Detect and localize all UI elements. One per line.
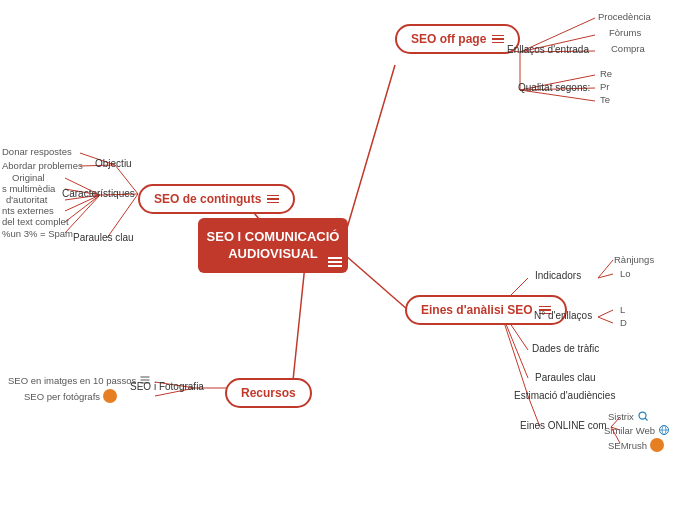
seo-continguts-node: SEO de continguts [138, 184, 295, 214]
central-label: SEO I COMUNICACIÓ AUDIOVISUAL [204, 229, 342, 263]
compra-node: Compra [611, 43, 645, 54]
pr-node: Pr [600, 81, 610, 92]
fotografs-icon [103, 389, 117, 403]
semrush-icon [650, 438, 664, 452]
abordar-problemes-node: Abordar problemes [2, 160, 83, 171]
qualitat-node: Qualitat segons: [518, 82, 590, 93]
svg-rect-45 [141, 380, 150, 381]
mindmap-container: SEO I COMUNICACIÓ AUDIOVISUAL SEO off pa… [0, 0, 696, 520]
indicadors-node: Indicadors [535, 270, 581, 281]
list-icon [139, 374, 151, 386]
connections-svg [0, 0, 696, 520]
donar-respostes-node: Donar respostes [2, 146, 72, 157]
caracteristiques-node: Característiques [62, 188, 135, 199]
svg-line-40 [645, 418, 647, 420]
recursos-label: Recursos [241, 386, 296, 400]
original-node: Original [12, 172, 45, 183]
seo-off-page-label: SEO off page [411, 32, 486, 46]
spam-node: %un 3% = Spam [2, 228, 73, 239]
seo-imatges-node: SEO en imatges en 10 passos [8, 374, 151, 386]
svg-line-3 [292, 265, 305, 390]
svg-rect-46 [141, 383, 150, 384]
svg-line-29 [598, 274, 613, 278]
seo-fotografs-node: SEO per fotògrafs [24, 389, 117, 403]
rankings-node: Rànjungs [614, 254, 654, 265]
objectiu-node: Objectiu [95, 158, 132, 169]
multimedia-node: s multimèdia [2, 183, 55, 194]
forums-node: Fòrums [609, 27, 641, 38]
l-node: L [620, 304, 625, 315]
estimacio-audiencies-node: Estimació d'audiències [514, 390, 615, 401]
te-node: Te [600, 94, 610, 105]
sistrix-node: Sistrix [608, 410, 649, 422]
central-node: SEO I COMUNICACIÓ AUDIOVISUAL [198, 218, 348, 273]
eines-analisi-label: Eines d'anàlisi SEO [421, 303, 533, 317]
autoritat-node: d'autoritat [6, 194, 47, 205]
externes-node: nts externes [2, 205, 54, 216]
re-node: Re [600, 68, 612, 79]
svg-line-31 [598, 317, 613, 323]
procedencia-node: Procedència [598, 11, 651, 22]
seo-continguts-label: SEO de continguts [154, 192, 261, 206]
text-complet-node: del text complet [2, 216, 69, 227]
globe-icon [658, 424, 670, 436]
dades-trafic-node: Dades de tràfic [532, 343, 599, 354]
svg-point-39 [639, 412, 646, 419]
enlaces-entrada-node: Enllaços d'entrada [507, 44, 589, 55]
svg-line-21 [65, 195, 100, 222]
recursos-node: Recursos [225, 378, 312, 408]
svg-line-0 [345, 65, 395, 235]
similar-web-node: Similar Web [604, 424, 670, 436]
d-node: D [620, 317, 627, 328]
svg-line-2 [345, 255, 408, 310]
search-icon [637, 410, 649, 422]
svg-line-30 [598, 310, 613, 317]
paraules-clau-continguts-node: Paraules clau [73, 232, 134, 243]
n-enlaces-node: N° d'enllaços [534, 310, 592, 321]
semrush-node: SEMrush [608, 438, 664, 452]
seo-off-page-node: SEO off page [395, 24, 520, 54]
lo-node: Lo [620, 268, 631, 279]
paraules-clau-eines-node: Paraules clau [535, 372, 596, 383]
svg-rect-44 [141, 377, 150, 378]
eines-online-node: Eines ONLINE com [520, 420, 607, 431]
svg-line-28 [598, 260, 613, 278]
